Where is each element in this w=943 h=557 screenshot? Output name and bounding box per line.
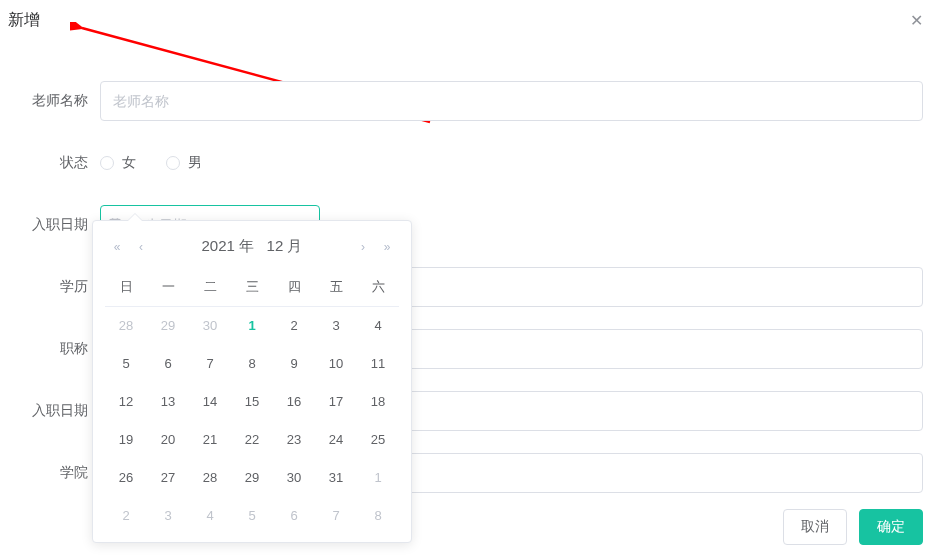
date-cell[interactable]: 27 [147,458,189,496]
date-cell[interactable]: 6 [147,344,189,382]
date-cell[interactable]: 19 [105,420,147,458]
date-cell[interactable]: 8 [357,496,399,534]
date-picker-panel: « ‹ 2021 年 12 月 › » 日一二三四五六 282930123456… [92,220,412,543]
label-status: 状态 [20,154,100,172]
next-year-button[interactable]: » [379,240,395,254]
radio-male[interactable]: 男 [166,154,202,172]
date-cell[interactable]: 7 [189,344,231,382]
dialog-header: 新增 ✕ [0,0,943,31]
weekday-header: 二 [189,268,231,306]
date-picker-year[interactable]: 2021 年 [202,237,255,254]
dialog-footer: 取消 确定 [783,509,923,545]
date-cell[interactable]: 16 [273,382,315,420]
date-cell[interactable]: 30 [189,306,231,344]
date-cell[interactable]: 2 [273,306,315,344]
date-cell[interactable]: 31 [315,458,357,496]
date-cell[interactable]: 25 [357,420,399,458]
date-cell[interactable]: 18 [357,382,399,420]
prev-year-button[interactable]: « [109,240,125,254]
label-hire-date: 入职日期 [20,216,100,234]
date-cell[interactable]: 4 [189,496,231,534]
confirm-button[interactable]: 确定 [859,509,923,545]
prev-month-button[interactable]: ‹ [133,240,149,254]
date-cell[interactable]: 26 [105,458,147,496]
date-picker-title: 2021 年 12 月 [202,237,303,256]
date-cell[interactable]: 3 [315,306,357,344]
date-cell[interactable]: 1 [357,458,399,496]
status-radio-group: 女 男 [100,143,923,183]
date-cell[interactable]: 24 [315,420,357,458]
dialog-title: 新增 [8,10,40,31]
date-picker-month[interactable]: 12 月 [267,237,303,254]
radio-circle-icon [166,156,180,170]
date-cell[interactable]: 30 [273,458,315,496]
date-cell[interactable]: 3 [147,496,189,534]
weekday-header: 五 [315,268,357,306]
date-cell[interactable]: 29 [147,306,189,344]
date-cell[interactable]: 11 [357,344,399,382]
date-cell[interactable]: 17 [315,382,357,420]
date-cell[interactable]: 28 [105,306,147,344]
weekday-header: 四 [273,268,315,306]
date-cell[interactable]: 5 [231,496,273,534]
date-cell[interactable]: 4 [357,306,399,344]
radio-circle-icon [100,156,114,170]
weekday-header: 六 [357,268,399,306]
label-college: 学院 [20,464,100,482]
date-cell[interactable]: 13 [147,382,189,420]
radio-male-label: 男 [188,154,202,172]
next-month-button[interactable]: › [355,240,371,254]
close-icon[interactable]: ✕ [910,11,923,30]
cancel-button[interactable]: 取消 [783,509,847,545]
date-picker-table: 日一二三四五六 28293012345678910111213141516171… [105,268,399,534]
date-cell[interactable]: 28 [189,458,231,496]
date-cell[interactable]: 29 [231,458,273,496]
radio-female-label: 女 [122,154,136,172]
popover-arrow-icon [128,214,142,221]
label-hire-date-2: 入职日期 [20,402,100,420]
label-title: 职称 [20,340,100,358]
label-education: 学历 [20,278,100,296]
radio-female[interactable]: 女 [100,154,136,172]
date-cell[interactable]: 5 [105,344,147,382]
date-cell[interactable]: 10 [315,344,357,382]
date-cell[interactable]: 1 [231,306,273,344]
weekday-header: 一 [147,268,189,306]
row-status: 状态 女 男 [20,143,923,183]
weekday-header: 日 [105,268,147,306]
date-cell[interactable]: 7 [315,496,357,534]
date-cell[interactable]: 8 [231,344,273,382]
date-cell[interactable]: 21 [189,420,231,458]
row-teacher-name: 老师名称 [20,81,923,121]
date-cell[interactable]: 6 [273,496,315,534]
date-cell[interactable]: 23 [273,420,315,458]
date-cell[interactable]: 22 [231,420,273,458]
date-picker-header: « ‹ 2021 年 12 月 › » [105,231,399,268]
teacher-name-input[interactable] [100,81,923,121]
date-cell[interactable]: 15 [231,382,273,420]
date-cell[interactable]: 9 [273,344,315,382]
date-cell[interactable]: 20 [147,420,189,458]
weekday-header: 三 [231,268,273,306]
date-cell[interactable]: 2 [105,496,147,534]
date-cell[interactable]: 12 [105,382,147,420]
date-cell[interactable]: 14 [189,382,231,420]
label-teacher-name: 老师名称 [20,92,100,110]
